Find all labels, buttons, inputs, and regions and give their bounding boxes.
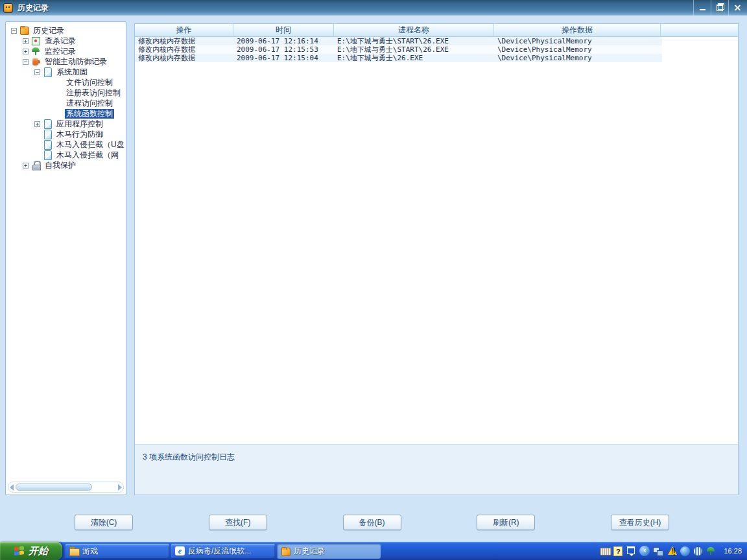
find-button[interactable]: 查找(F)	[209, 515, 267, 530]
tree-item[interactable]: 进程访问控制	[6, 98, 126, 108]
scrollbar-thumb[interactable]	[16, 484, 92, 491]
table-cell: 修改内核内存数据	[135, 54, 233, 62]
umbrella-icon[interactable]	[706, 546, 717, 557]
restore-window-icon[interactable]	[626, 546, 636, 556]
desktop: 历史记录 −历史记录+查杀记录+监控记录−智能主动防御记录−系统加固文件访问控制…	[0, 0, 747, 560]
collapse-toggle-icon[interactable]: −	[23, 59, 29, 65]
tree-item[interactable]: +应用程序控制	[6, 119, 126, 129]
tree-item[interactable]: +监控记录	[6, 46, 126, 56]
log-count-status: 3 项系统函数访问控制日志	[143, 452, 235, 461]
expand-toggle-icon[interactable]: +	[23, 49, 29, 54]
table-cell: 2009-06-17 12:15:53	[233, 45, 334, 54]
folder-icon	[281, 547, 290, 555]
titlebar[interactable]: 历史记录	[0, 0, 747, 16]
table-cell: \Device\PhysicalMemory	[494, 54, 661, 62]
table-row[interactable]: 修改内核内存数据2009-06-17 12:16:14E:\地下城与勇士\STA…	[135, 37, 662, 45]
column-header[interactable]	[661, 24, 738, 36]
log-table-header: 操作时间进程名称操作数据	[135, 24, 738, 37]
striped-ball-icon[interactable]	[693, 546, 703, 556]
history-window: 历史记录 −历史记录+查杀记录+监控记录−智能主动防御记录−系统加固文件访问控制…	[0, 0, 747, 542]
tree-item[interactable]: 文件访问控制	[6, 77, 126, 88]
tree-item-label: 历史记录	[32, 26, 65, 36]
tree-item[interactable]: −历史记录	[6, 25, 126, 36]
tree-item-label: 木马行为防御	[55, 130, 104, 139]
tree-item[interactable]: 木马入侵拦截（网	[6, 150, 126, 160]
tree-item-label: 查杀记录	[43, 36, 77, 46]
table-cell: E:\地下城与勇士\26.EXE	[334, 54, 494, 62]
start-button[interactable]: 开始	[0, 542, 62, 560]
windows-flag-icon	[14, 546, 25, 556]
column-header[interactable]: 进程名称	[334, 24, 494, 36]
tree-item-label: 进程访问控制	[65, 99, 114, 108]
tree: −历史记录+查杀记录+监控记录−智能主动防御记录−系统加固文件访问控制注册表访问…	[6, 25, 126, 170]
collapse-chevron-icon[interactable]: ‹	[639, 546, 650, 556]
taskbar-task[interactable]: e反病毒/反流氓软...	[171, 544, 275, 559]
expand-toggle-icon[interactable]: +	[23, 163, 29, 169]
defense-hand-icon	[31, 57, 41, 66]
taskbar-task[interactable]: 游戏	[65, 544, 169, 559]
tree-item-label: 木马入侵拦截（网	[55, 150, 120, 160]
refresh-button[interactable]: 刷新(R)	[477, 515, 535, 530]
expand-toggle-icon[interactable]: +	[23, 38, 29, 44]
tree-item[interactable]: 系统函数控制	[6, 108, 126, 119]
table-cell: 2009-06-17 12:15:04	[233, 54, 334, 62]
collapse-toggle-icon[interactable]: −	[11, 28, 17, 34]
network-icon[interactable]	[653, 546, 663, 556]
restore-button[interactable]	[711, 0, 728, 16]
folder-icon	[19, 26, 29, 35]
column-header[interactable]: 操作数据	[494, 24, 661, 36]
ie-icon: e	[175, 546, 185, 555]
scroll-left-arrow-icon[interactable]	[10, 484, 14, 491]
scroll-right-arrow-icon[interactable]	[118, 484, 122, 491]
umbrella-icon	[31, 47, 41, 56]
tree-item[interactable]: +查杀记录	[6, 36, 126, 46]
window-controls	[693, 0, 746, 16]
help-icon[interactable]: ?	[613, 546, 622, 556]
document-icon	[43, 67, 53, 76]
tree-item-label: 智能主动防御记录	[43, 57, 108, 67]
tree-item[interactable]: −智能主动防御记录	[6, 56, 126, 67]
table-row[interactable]: 修改内核内存数据2009-06-17 12:15:04E:\地下城与勇士\26.…	[135, 54, 662, 62]
status-band: 3 项系统函数访问控制日志	[135, 444, 738, 495]
tree-item[interactable]: 木马行为防御	[6, 129, 126, 139]
tree-item-label: 木马入侵拦截（U盘	[55, 140, 126, 150]
clock: 16:28	[724, 547, 742, 555]
table-row[interactable]: 修改内核内存数据2009-06-17 12:15:53E:\地下城与勇士\STA…	[135, 45, 662, 54]
keyboard-icon[interactable]	[600, 546, 610, 556]
document-icon	[43, 119, 53, 128]
table-cell: 修改内核内存数据	[135, 37, 233, 45]
taskbar: 开始 游戏e反病毒/反流氓软...历史记录 ?‹16:28	[0, 542, 747, 560]
clear-button[interactable]: 清除(C)	[75, 515, 133, 530]
tree-item-label-selected: 系统函数控制	[65, 109, 114, 119]
minimize-button[interactable]	[693, 0, 711, 16]
table-cell: 2009-06-17 12:16:14	[233, 37, 334, 45]
tree-horizontal-scrollbar[interactable]	[8, 482, 124, 493]
table-cell: E:\地下城与勇士\START\26.EXE	[334, 45, 494, 54]
lock-icon	[31, 161, 41, 170]
tree-item[interactable]: 注册表访问控制	[6, 88, 126, 98]
view-history-button[interactable]: 查看历史(H)	[611, 515, 669, 530]
start-label: 开始	[29, 545, 48, 557]
document-icon	[43, 150, 53, 159]
collapse-toggle-icon[interactable]: −	[34, 69, 40, 75]
tree-item-label: 自我保护	[43, 161, 77, 170]
tree-item-label: 注册表访问控制	[65, 88, 122, 98]
tree-item[interactable]: −系统加固	[6, 67, 126, 77]
alert-icon[interactable]	[667, 546, 677, 556]
task-label: 反病毒/反流氓软...	[188, 546, 251, 557]
backup-button[interactable]: 备份(B)	[343, 515, 401, 530]
column-header[interactable]: 操作	[135, 24, 233, 36]
tree-item[interactable]: 木马入侵拦截（U盘	[6, 139, 126, 150]
tree-item[interactable]: +自我保护	[6, 160, 126, 170]
task-label: 游戏	[82, 546, 98, 557]
tree-item-label: 监控记录	[43, 47, 77, 56]
column-header[interactable]: 时间	[233, 24, 334, 36]
document-icon	[43, 130, 53, 139]
table-cell: E:\地下城与勇士\START\26.EXE	[334, 37, 494, 45]
expand-toggle-icon[interactable]: +	[34, 121, 40, 127]
taskbar-task[interactable]: 历史记录	[277, 544, 381, 559]
system-tray: ?‹16:28	[600, 542, 747, 560]
globe-icon[interactable]	[680, 546, 690, 556]
tree-item-label: 系统加固	[55, 67, 89, 77]
close-button[interactable]	[728, 0, 746, 16]
